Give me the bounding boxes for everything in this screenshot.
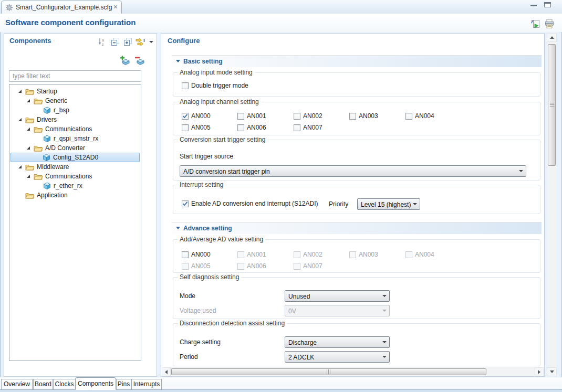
component-icon [43, 135, 51, 143]
vertical-scrollbar[interactable] [547, 33, 557, 376]
folder-icon [34, 98, 43, 104]
checkbox-an005[interactable] [182, 124, 189, 131]
checkbox-an001[interactable] [237, 113, 244, 120]
tree-expander-icon[interactable] [18, 165, 22, 169]
horizontal-scrollbar-thumb[interactable] [171, 368, 486, 375]
checkbox-addavg-an004 [405, 251, 412, 258]
dropdown-arrow-icon [380, 337, 389, 347]
smart-configurator-window: Smart_Configurator_Example.scfg × Softwa… [0, 0, 562, 392]
tree-item-startup[interactable]: Startup [11, 87, 140, 96]
close-tab-icon[interactable]: × [113, 3, 118, 11]
maximize-button[interactable] [544, 2, 551, 7]
vertical-scrollbar-thumb[interactable] [548, 44, 556, 166]
remove-component-button[interactable] [134, 56, 144, 65]
scfg-file-icon [5, 4, 13, 13]
checkbox-an002[interactable] [294, 113, 300, 120]
checkbox-an004[interactable] [405, 113, 412, 120]
priority-dropdown[interactable]: Level 15 (highest) [357, 198, 420, 210]
tree-expander-icon[interactable] [26, 127, 30, 131]
tree-item-middleware-communications[interactable]: Communications [11, 172, 140, 181]
dropdown-arrow-icon [410, 199, 419, 209]
tab-board[interactable]: Board [33, 379, 53, 390]
tree-expander-icon[interactable] [18, 118, 22, 122]
components-tree[interactable]: Startup Generic r_bsp Drivers Communicat… [9, 84, 141, 361]
editor-tab[interactable]: Smart_Configurator_Example.scfg × [1, 1, 122, 14]
group-analog-input-mode: Analog input mode setting Double trigger… [173, 72, 540, 97]
folder-icon [25, 116, 34, 123]
sort-az-button[interactable]: a z [98, 38, 107, 47]
tree-expander-icon[interactable] [18, 89, 22, 93]
checkbox-addavg-an005 [182, 263, 189, 270]
charge-setting-dropdown[interactable]: Discharge [285, 336, 390, 348]
collapse-all-button[interactable] [111, 38, 121, 47]
tree-item-r-qspi-smstr-rx[interactable]: r_qspi_smstr_rx [11, 134, 140, 143]
group-add-average: Add/Average AD value setting AN000 AN001… [173, 239, 540, 273]
tree-item-application[interactable]: Application [11, 190, 140, 200]
period-dropdown[interactable]: 2 ADCLK [285, 351, 390, 363]
page-title-band: Software component configuration [0, 14, 562, 32]
tab-interrupts[interactable]: Interrupts [131, 379, 162, 390]
tree-expander-icon[interactable] [26, 174, 30, 178]
tree-item-middleware[interactable]: Middleware [11, 162, 140, 172]
expand-all-button[interactable] [124, 38, 133, 47]
view-menu-button[interactable] [149, 41, 153, 43]
checkbox-addavg-an000[interactable] [182, 251, 189, 258]
component-filter-input[interactable] [9, 70, 141, 82]
dropdown-arrow-icon [380, 291, 389, 301]
generate-report-button[interactable] [530, 19, 542, 29]
svg-text:z: z [102, 43, 104, 46]
component-icon [43, 182, 51, 190]
group-disconnection-detection: Disconnection detection assist setting C… [173, 323, 540, 366]
tab-clocks[interactable]: Clocks [53, 379, 76, 390]
scroll-up-button[interactable] [547, 33, 557, 42]
group-analog-input-channel: Analog input channel setting AN000 AN001… [173, 102, 540, 135]
scroll-right-button[interactable] [535, 367, 544, 376]
checkbox-an006[interactable] [237, 124, 244, 131]
component-icon [43, 107, 51, 114]
checkbox-addavg-an002 [294, 251, 300, 258]
horizontal-scrollbar[interactable] [162, 367, 544, 376]
dropdown-arrow-icon [516, 166, 525, 176]
checkbox-an007[interactable] [294, 124, 300, 131]
minimize-button[interactable] [530, 5, 537, 6]
add-component-button[interactable] [120, 56, 129, 65]
tree-expander-icon[interactable] [26, 99, 30, 103]
checkbox-addavg-an003 [349, 251, 356, 258]
print-button[interactable] [544, 19, 556, 29]
self-diagnosis-mode-dropdown[interactable]: Unused [285, 290, 390, 302]
checkbox-enable-ad-conversion-end-interrupt[interactable] [182, 200, 189, 207]
folder-icon [25, 88, 34, 95]
scroll-left-button[interactable] [162, 367, 171, 376]
start-trigger-source-dropdown[interactable]: A/D conversion start trigger pin [180, 165, 526, 177]
configure-panel: Configure Basic setting Analog input mod… [161, 33, 545, 377]
tree-item-r-ether-rx[interactable]: r_ether_rx [11, 181, 140, 190]
checkbox-an000[interactable] [182, 113, 189, 120]
collapse-section-icon [176, 227, 180, 229]
section-advance-setting[interactable]: Advance setting [172, 222, 542, 234]
tab-overview[interactable]: Overview [1, 379, 33, 390]
tree-item-ad-converter[interactable]: A/D Converter [11, 143, 140, 153]
component-icon [43, 154, 50, 162]
jump-to-code-button[interactable] [136, 38, 145, 47]
tree-item-generic[interactable]: Generic [11, 96, 140, 105]
tree-expander-icon[interactable] [26, 146, 30, 150]
folder-icon [34, 126, 43, 133]
group-interrupt-setting: Interrupt setting Enable AD conversion e… [173, 185, 540, 214]
components-panel-title: Components [9, 37, 51, 45]
section-basic-setting[interactable]: Basic setting [172, 55, 542, 67]
configure-panel-title: Configure [168, 37, 200, 45]
tree-item-drivers[interactable]: Drivers [11, 115, 140, 124]
tree-item-config-s12ad0[interactable]: Config_S12AD0 [11, 153, 140, 162]
tab-components[interactable]: Components [75, 377, 116, 390]
svg-text:a: a [102, 38, 104, 42]
group-self-diagnosis: Self diagnosis setting Mode Unused Volta… [173, 277, 540, 319]
tab-pins[interactable]: Pins [116, 379, 131, 390]
editor-tab-bar: Smart_Configurator_Example.scfg × [0, 0, 562, 14]
scroll-down-button[interactable] [547, 367, 557, 376]
checkbox-an003[interactable] [349, 113, 356, 120]
tree-item-communications[interactable]: Communications [11, 124, 140, 134]
components-panel: Components a z [4, 33, 157, 377]
window-bottom-edge [0, 390, 562, 392]
checkbox-double-trigger-mode[interactable] [182, 82, 189, 89]
tree-item-r-bsp[interactable]: r_bsp [11, 105, 140, 115]
